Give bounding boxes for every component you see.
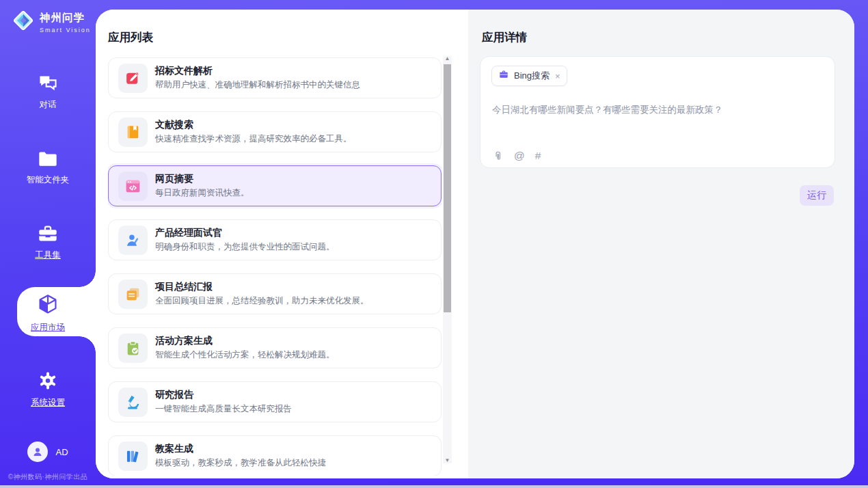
scroll-down-arrow[interactable]: ▼ xyxy=(443,457,452,465)
scrollbar[interactable]: ▲ ▼ xyxy=(443,56,452,463)
sidebar-item-settings[interactable]: 系统设置 xyxy=(0,370,96,409)
mention-icon[interactable]: @ xyxy=(514,150,525,162)
app-card-title: 文献搜索 xyxy=(155,119,193,131)
app-card-1[interactable]: 招标文件解析 帮助用户快速、准确地理解和解析招标书中的关键信息 xyxy=(108,57,442,98)
hashtag-icon[interactable]: # xyxy=(535,150,541,162)
user-account[interactable]: AD xyxy=(0,442,96,462)
run-button[interactable]: 运行 xyxy=(800,185,834,206)
briefcase-icon xyxy=(498,69,509,83)
app-icon xyxy=(118,64,148,93)
app-card-2[interactable]: 文献搜索 快速精准查找学术资源，提高研究效率的必备工具。 xyxy=(108,111,442,152)
user-initials: AD xyxy=(55,447,68,457)
sidebar-item-chat[interactable]: 对话 xyxy=(0,74,96,111)
app-detail-panel: 应用详情 Bing搜索 × 今日湖北有哪些新闻要点？有哪些需要关注的最新政策？ xyxy=(468,10,854,478)
app-card-desc: 智能生成个性化活动方案，轻松解决规划难题。 xyxy=(155,349,335,361)
app-card-5[interactable]: 项目总结汇报 全面回顾项目进展，总结经验教训，助力未来优化发展。 xyxy=(108,273,442,314)
app-card-desc: 全面回顾项目进展，总结经验教训，助力未来优化发展。 xyxy=(155,295,369,307)
app-list-title: 应用列表 xyxy=(108,30,153,45)
main-panel: 应用列表 招标文件解析 帮助用户快速、准确地理解和解析招标书中的关键信息 文献搜… xyxy=(96,10,854,478)
logo-subtitle: Smart Vision xyxy=(40,27,91,33)
sidebar-item-smart-folder[interactable]: 智能文件夹 xyxy=(0,150,96,186)
sidebar-item-label: 对话 xyxy=(40,99,57,111)
app-card-title: 研究报告 xyxy=(155,389,193,401)
window-bottom-edge xyxy=(0,485,868,488)
logo-title: 神州问学 xyxy=(40,11,91,25)
sidebar-item-label: 系统设置 xyxy=(31,397,65,409)
cube-icon xyxy=(38,294,58,318)
app-card-desc: 帮助用户快速、准确地理解和解析招标书中的关键信息 xyxy=(155,79,360,91)
app-input-card: Bing搜索 × 今日湖北有哪些新闻要点？有哪些需要关注的最新政策？ @ # xyxy=(480,56,835,168)
app-card-title: 产品经理面试官 xyxy=(155,227,222,239)
app-card-title: 网页摘要 xyxy=(155,173,193,185)
gear-icon xyxy=(38,370,58,394)
app-icon xyxy=(118,172,148,201)
app-list: 招标文件解析 帮助用户快速、准确地理解和解析招标书中的关键信息 文献搜索 快速精… xyxy=(108,57,442,476)
scrollbar-thumb[interactable] xyxy=(444,64,451,312)
app-card-title: 项目总结汇报 xyxy=(155,281,213,293)
app-logo: 神州问学 Smart Vision xyxy=(11,8,91,36)
scroll-up-arrow[interactable]: ▲ xyxy=(443,55,452,63)
app-icon xyxy=(118,280,148,309)
paperclip-icon[interactable] xyxy=(492,150,504,162)
app-icon xyxy=(118,388,148,417)
app-icon xyxy=(118,226,148,255)
app-icon xyxy=(118,334,148,363)
app-card-4[interactable]: 产品经理面试官 明确身份和职责，为您提供专业性的面试问题。 xyxy=(108,219,442,260)
app-card-desc: 明确身份和职责，为您提供专业性的面试问题。 xyxy=(155,241,335,253)
avatar xyxy=(27,442,48,462)
app-card-8[interactable]: 教案生成 模板驱动，教案秒成，教学准备从此轻松快捷 xyxy=(108,435,442,476)
app-card-3[interactable]: 网页摘要 每日政府新闻资讯快查。 xyxy=(108,165,442,206)
toolbox-icon xyxy=(38,224,58,246)
tag-close-icon[interactable]: × xyxy=(555,71,560,81)
app-icon xyxy=(118,118,148,147)
sidebar-item-app-market[interactable]: 应用市场 xyxy=(0,294,96,334)
logo-diamond-icon xyxy=(11,8,36,36)
app-detail-title: 应用详情 xyxy=(482,30,527,45)
input-toolbar: @ # xyxy=(492,150,541,162)
app-card-desc: 每日政府新闻资讯快查。 xyxy=(155,187,249,199)
app-card-desc: 快速精准查找学术资源，提高研究效率的必备工具。 xyxy=(155,133,352,145)
app-card-title: 教案生成 xyxy=(155,443,193,455)
tool-tag-bing-search[interactable]: Bing搜索 × xyxy=(491,66,567,86)
sidebar: 神州问学 Smart Vision 对话 智能文件夹 xyxy=(0,0,96,488)
sidebar-item-label: 智能文件夹 xyxy=(27,174,70,186)
app-card-title: 活动方案生成 xyxy=(155,335,213,347)
sidebar-item-label: 工具集 xyxy=(35,249,61,261)
tool-tag-label: Bing搜索 xyxy=(514,70,550,82)
copyright-footer: ©神州数码·神州问学出品 xyxy=(0,472,96,482)
sidebar-item-label: 应用市场 xyxy=(31,322,65,334)
chat-bubbles-icon xyxy=(38,74,58,96)
app-card-6[interactable]: 活动方案生成 智能生成个性化活动方案，轻松解决规划难题。 xyxy=(108,327,442,368)
query-input[interactable]: 今日湖北有哪些新闻要点？有哪些需要关注的最新政策？ xyxy=(492,104,723,116)
folder-icon xyxy=(38,150,58,171)
app-card-desc: 模板驱动，教案秒成，教学准备从此轻松快捷 xyxy=(155,457,326,469)
app-icon xyxy=(118,442,148,471)
app-card-7[interactable]: 研究报告 一键智能生成高质量长文本研究报告 xyxy=(108,381,442,422)
app-list-panel: 应用列表 招标文件解析 帮助用户快速、准确地理解和解析招标书中的关键信息 文献搜… xyxy=(96,10,468,478)
sidebar-item-toolset[interactable]: 工具集 xyxy=(0,224,96,261)
app-card-desc: 一键智能生成高质量长文本研究报告 xyxy=(155,403,292,415)
app-card-title: 招标文件解析 xyxy=(155,65,213,77)
